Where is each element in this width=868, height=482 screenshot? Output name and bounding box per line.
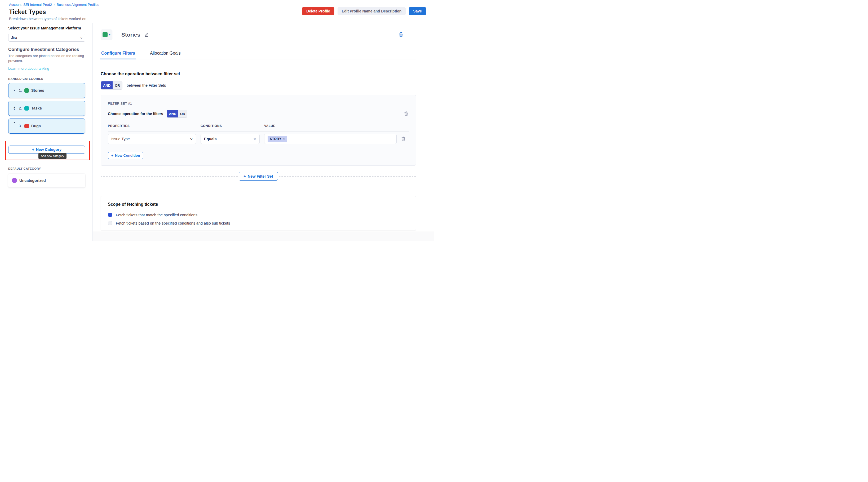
plus-icon: + [244,174,246,178]
category-card-bugs[interactable]: ▲ 3. Bugs [8,119,85,133]
property-select-value: Issue Type [111,137,130,141]
category-card-tasks[interactable]: ▲▼ 2. Tasks [8,101,85,116]
category-color-swatch [12,178,17,183]
new-category-button[interactable]: + New Category [8,146,85,154]
category-rank: 1. [19,88,22,93]
tab-bar: Configure Filters Allocation Goals [101,48,416,59]
scope-option-label: Fetch tickets based on the specified con… [116,221,230,225]
chevron-down-icon: ∨ [190,137,193,141]
category-color-dropdown[interactable]: ▾ [101,29,112,40]
edit-profile-button[interactable]: Edit Profile Name and Description [338,7,406,15]
category-label: Bugs [31,124,41,128]
radio-unchecked-icon[interactable] [108,221,112,225]
edit-category-name-icon[interactable] [144,32,149,37]
new-condition-button[interactable]: + New Condition [108,152,143,159]
category-label: Stories [31,88,44,93]
tab-allocation-goals[interactable]: Allocation Goals [149,48,181,59]
category-label: Uncategorized [19,178,46,183]
caret-down-icon: ▾ [109,33,110,36]
platform-select[interactable]: Jira ∨ [8,34,85,41]
plus-icon: + [32,147,34,152]
move-up-down-icon[interactable]: ▲▼ [12,106,17,110]
default-category-card: Uncategorized [8,174,85,187]
chevron-down-icon: ∨ [253,137,257,141]
value-multiselect[interactable]: STORY × [264,134,397,144]
category-label: Tasks [31,106,42,110]
page-subtitle: Breakdown between types of tickets worke… [9,17,426,21]
category-color-swatch [24,106,29,111]
ranked-categories-header: RANKED CATEGORIES [8,77,85,80]
sidebar: Select your Issue Management Platform Ji… [0,23,93,241]
page-header: Account: SEI-Internal-Prod2 › Business A… [0,0,434,23]
radio-checked-icon[interactable] [108,213,112,217]
scope-option-sub-tickets[interactable]: Fetch tickets based on the specified con… [108,221,409,225]
category-rank: 3. [19,124,22,128]
default-category-header: DEFAULT CATEGORY [8,167,85,170]
value-chip[interactable]: STORY × [268,136,287,142]
delete-filter-set-trash-icon[interactable] [404,111,408,116]
remove-chip-icon[interactable]: × [283,137,285,141]
column-value: VALUE [264,124,397,128]
investment-categories-description: The categories are placed based on the r… [8,54,85,64]
category-color-swatch [24,124,29,128]
and-segment[interactable]: AND [101,81,113,89]
main-panel: ▾ Stories Configure Filters Allocation G… [93,23,434,241]
category-card-stories[interactable]: ▼ 1. Stories [8,83,85,98]
learn-more-ranking-link[interactable]: Learn more about ranking [8,66,49,70]
chevron-down-icon: ∨ [80,36,83,39]
scope-card: Scope of fetching tickets Fetch tickets … [101,196,416,231]
category-color-swatch [24,88,29,93]
plus-icon: + [111,153,114,157]
breadcrumb: Account: SEI-Internal-Prod2 › Business A… [9,3,426,7]
filters-and-or-toggle[interactable]: AND OR [167,110,187,118]
breadcrumb-separator-icon: › [54,3,55,7]
add-new-category-tooltip: Add new category [38,153,66,159]
platform-select-label: Select your Issue Management Platform [8,26,85,30]
breadcrumb-page-link[interactable]: Business Alignment Profiles [57,3,99,7]
investment-categories-title: Configure Investment Categories [8,47,85,52]
new-filter-set-row: + New Filter Set [101,172,416,181]
filter-set-card: FILTER SET #1 Choose operation for the f… [101,95,416,166]
column-properties: PROPERTIES [108,124,196,128]
category-topbar: ▾ Stories [101,29,416,40]
category-rank: 2. [19,106,22,110]
move-up-icon[interactable]: ▲ [12,121,17,123]
toggle-caption: between the Filter Sets [127,83,166,88]
condition-select[interactable]: Equals ∨ [200,134,260,144]
scope-option-match[interactable]: Fetch tickets that match the specified c… [108,213,409,217]
column-conditions: CONDITIONS [200,124,260,128]
or-segment[interactable]: OR [113,81,122,89]
scope-option-label: Fetch tickets that match the specified c… [116,213,197,217]
delete-condition-trash-icon[interactable] [401,137,405,141]
or-segment[interactable]: OR [178,110,187,117]
filter-set-name: FILTER SET #1 [108,102,409,106]
delete-profile-button[interactable]: Delete Profile [302,7,334,15]
tab-configure-filters[interactable]: Configure Filters [101,48,136,59]
condition-column-headers: PROPERTIES CONDITIONS VALUE [108,124,409,128]
filters-operation-label: Choose operation for the filters [108,112,163,116]
filterset-and-or-toggle[interactable]: AND OR [101,81,122,90]
breadcrumb-account-link[interactable]: Account: SEI-Internal-Prod2 [9,3,52,7]
header-actions: Delete Profile Edit Profile Name and Des… [302,7,426,15]
column-divider [108,131,409,131]
property-select[interactable]: Issue Type ∨ [108,134,196,144]
new-filter-set-button[interactable]: + New Filter Set [239,172,278,181]
condition-row: Issue Type ∨ Equals ∨ STORY × [108,134,409,144]
delete-category-trash-icon[interactable] [399,32,403,37]
selected-color-swatch [102,32,107,37]
category-title: Stories [121,32,140,38]
platform-select-value: Jira [11,35,17,40]
condition-select-value: Equals [204,137,217,141]
bottom-spacer [93,232,434,241]
move-down-icon[interactable]: ▼ [12,89,17,91]
save-button[interactable]: Save [409,7,426,15]
scope-title: Scope of fetching tickets [108,202,409,207]
filterset-operation-heading: Choose the operation between filter set [101,71,416,77]
and-segment[interactable]: AND [167,110,178,117]
